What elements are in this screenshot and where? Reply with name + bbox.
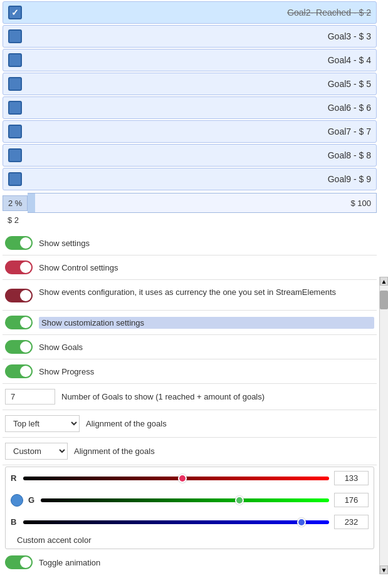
goal-item-goal6: Goal6 - $ 6 (3, 96, 377, 119)
show-goals-toggle[interactable] (5, 340, 33, 354)
color-b-thumb (297, 518, 306, 527)
color-r-row: R (6, 467, 374, 489)
goal-checkbox-goal2[interactable] (8, 6, 22, 19)
color-r-thumb (178, 474, 187, 483)
goal-checkbox-goal4[interactable] (8, 53, 22, 67)
scrollbar-up-arrow[interactable]: ▲ (380, 277, 388, 286)
alignment-1-select[interactable]: Top leftTop centerTop rightBottom leftBo… (5, 415, 80, 432)
toggle-animation-toggle[interactable] (5, 555, 33, 569)
num-goals-input[interactable] (5, 389, 55, 405)
color-b-input[interactable] (334, 515, 369, 529)
main-wrapper: Goal2- Reached - $ 2Goal3 - $ 3Goal4 - $… (0, 1, 388, 574)
goal-item-goal9: Goal9 - $ 9 (3, 168, 377, 190)
custom-accent-row: Custom accent color (6, 533, 374, 549)
show-progress-toggle[interactable] (5, 364, 33, 378)
goal-checkbox-goal9[interactable] (8, 172, 22, 186)
goal-label-goal9: Goal9 - $ 9 (26, 174, 371, 184)
scrollbar-down-arrow[interactable]: ▼ (380, 565, 388, 574)
goal-item-goal7: Goal7 - $ 7 (3, 120, 377, 143)
progress-section: 2 % $ 100 (3, 193, 377, 213)
goal-label-goal3: Goal3 - $ 3 (26, 31, 371, 41)
show-progress-label: Show Progress (39, 367, 374, 376)
show-settings-toggle[interactable] (5, 236, 33, 250)
num-goals-row: Number of Goals to show (1 reached + amo… (3, 384, 377, 410)
content-area: Goal2- Reached - $ 2Goal3 - $ 3Goal4 - $… (0, 1, 379, 574)
progress-bar-fill (28, 193, 34, 212)
show-events-config-toggle[interactable] (5, 289, 33, 302)
progress-bar-container: $ 100 (28, 193, 377, 213)
color-g-input[interactable] (334, 493, 369, 507)
show-progress-row: Show Progress (3, 359, 377, 384)
color-b-track[interactable] (23, 520, 329, 524)
show-events-config-label: Show events configuration, it uses as cu… (39, 287, 374, 297)
scrollbar-track[interactable] (380, 286, 388, 565)
color-r-input[interactable] (334, 471, 369, 485)
show-control-settings-label: Show Control settings (39, 263, 374, 272)
alignment-1-label: Alignment of the goals (86, 419, 374, 428)
goal-item-goal2: Goal2- Reached - $ 2 (3, 1, 377, 24)
show-control-settings-toggle[interactable] (5, 260, 33, 274)
goal-checkbox-goal6[interactable] (8, 101, 22, 115)
color-r-track[interactable] (23, 477, 329, 480)
goal-label-goal2: Goal2- Reached - $ 2 (26, 8, 371, 18)
goal-label-goal6: Goal6 - $ 6 (26, 103, 371, 113)
color-g-track[interactable] (41, 498, 329, 502)
progress-value: $ 100 (350, 199, 371, 208)
toggle-animation-label: Toggle animation (39, 558, 374, 567)
num-goals-label: Number of Goals to show (1 reached + amo… (61, 392, 374, 401)
goal-item-goal3: Goal3 - $ 3 (3, 25, 377, 48)
goal-label-goal5: Goal5 - $ 5 (26, 79, 371, 89)
scrollbar: ▲ ▼ (379, 277, 388, 574)
color-g-label: G (28, 495, 36, 505)
goals-list: Goal2- Reached - $ 2Goal3 - $ 3Goal4 - $… (0, 1, 379, 190)
progress-amount: $ 2 (5, 214, 379, 226)
show-customization-label: Show customization settings (39, 317, 374, 329)
goal-item-goal5: Goal5 - $ 5 (3, 73, 377, 95)
show-settings-label: Show settings (39, 239, 374, 248)
color-b-label: B (11, 517, 18, 527)
goal-checkbox-goal3[interactable] (8, 29, 22, 43)
show-goals-label: Show Goals (39, 343, 374, 352)
color-b-row: B (6, 511, 374, 533)
goal-label-goal4: Goal4 - $ 4 (26, 55, 371, 65)
alignment-1-row: Top leftTop centerTop rightBottom leftBo… (3, 410, 377, 438)
goal-checkbox-goal5[interactable] (8, 77, 22, 91)
show-settings-row: Show settings (3, 231, 377, 255)
settings-section: Show settings Show Control settings Show… (3, 231, 377, 574)
alignment-2-select[interactable]: CustomTop leftTop centerTop right (5, 443, 68, 460)
show-customization-toggle[interactable] (5, 316, 33, 329)
show-customization-row: Show customization settings (3, 311, 377, 335)
show-events-config-row: Show events configuration, it uses as cu… (3, 280, 377, 311)
toggle-animation-row: Toggle animation (3, 550, 377, 574)
color-g-row: G (6, 489, 374, 511)
color-box: R G B (5, 467, 374, 549)
goal-checkbox-goal7[interactable] (8, 125, 22, 138)
show-goals-row: Show Goals (3, 335, 377, 359)
color-g-circle (11, 494, 23, 507)
progress-percent: 2 % (3, 195, 28, 211)
color-g-thumb (235, 496, 244, 505)
show-control-settings-row: Show Control settings (3, 255, 377, 280)
goal-label-goal8: Goal8 - $ 8 (26, 150, 371, 160)
color-r-label: R (11, 473, 18, 483)
goal-item-goal4: Goal4 - $ 4 (3, 49, 377, 71)
goal-label-goal7: Goal7 - $ 7 (26, 126, 371, 137)
alignment-2-label: Alignment of the goals (74, 446, 374, 456)
custom-accent-label: Custom accent color (17, 535, 92, 545)
scrollbar-thumb[interactable] (380, 291, 388, 309)
alignment-2-row: CustomTop leftTop centerTop right Alignm… (3, 438, 377, 465)
goal-item-goal8: Goal8 - $ 8 (3, 144, 377, 167)
goal-checkbox-goal8[interactable] (8, 148, 22, 162)
